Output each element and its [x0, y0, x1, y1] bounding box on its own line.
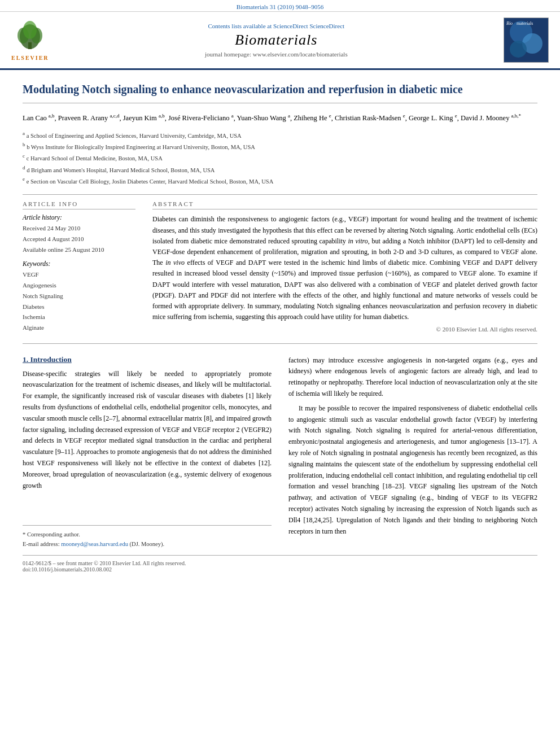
elsevier-brand-text: ELSEVIER	[11, 55, 49, 61]
accepted-date: Accepted 4 August 2010	[23, 234, 135, 244]
svg-point-9	[510, 41, 527, 58]
corresponding-author-note: * Corresponding author.	[23, 530, 272, 540]
elsevier-logo: ELSEVIER	[11, 20, 49, 61]
article-title: Modulating Notch signaling to enhance ne…	[23, 81, 537, 103]
keyword-angiogenesis: Angiogenesis	[23, 280, 135, 291]
available-date: Available online 25 August 2010	[23, 244, 135, 255]
issn-line: 0142-9612/$ – see front matter © 2010 El…	[23, 560, 537, 566]
elsevier-tree-icon	[13, 20, 47, 54]
abstract-text: Diabetes can diminish the responsiveness…	[152, 214, 537, 322]
received-date: Received 24 May 2010	[23, 223, 135, 234]
article-info-label: ARTICLE INFO	[23, 200, 135, 209]
article-history-title: Article history:	[23, 214, 135, 221]
bottom-bar: 0142-9612/$ – see front matter © 2010 El…	[23, 555, 537, 573]
journal-homepage: journal homepage: www.elsevier.com/locat…	[49, 51, 504, 58]
author-list: Lan Cao a,b, Praveen R. Arany a,c,d, Jae…	[23, 114, 521, 122]
article-info-abstract: ARTICLE INFO Article history: Received 2…	[23, 200, 537, 333]
email-link[interactable]: mooneyd@seas.harvard.edu	[61, 541, 128, 547]
abstract-panel: ABSTRACT Diabetes can diminish the respo…	[152, 200, 537, 333]
authors: Lan Cao a,b, Praveen R. Arany a,c,d, Jae…	[23, 111, 537, 125]
body-col-left-text: Disease-specific strategies will likely …	[23, 369, 272, 492]
email-label: E-mail address:	[23, 541, 61, 547]
divider-2	[23, 343, 537, 344]
cover-thumbnail: Bio materials	[504, 18, 548, 62]
elsevier-branding: ELSEVIER	[11, 20, 49, 61]
journal-citation-bar: Biomaterials 31 (2010) 9048–9056	[0, 0, 560, 12]
email-address: E-mail address: mooneyd@seas.harvard.edu…	[23, 540, 272, 549]
keyword-diabetes: Diabetes	[23, 302, 135, 312]
abstract-label: ABSTRACT	[152, 200, 537, 209]
affiliation-a: a a School of Engineering and Applied Sc…	[23, 129, 537, 141]
sciencedirect-link[interactable]: Contents lists available at ScienceDirec…	[49, 23, 504, 29]
email-person: (DJ. Mooney).	[130, 541, 165, 547]
affiliations: a a School of Engineering and Applied Sc…	[23, 129, 537, 187]
body-content: 1. Introduction Disease-specific strateg…	[23, 355, 537, 549]
body-col-right-text: factors) may introduce excessive angioge…	[288, 355, 537, 538]
biomaterials-cover-image: Bio materials	[504, 18, 549, 63]
keyword-alginate: Alginate	[23, 322, 135, 333]
divider-1	[23, 194, 537, 195]
body-col-right: factors) may introduce excessive angioge…	[288, 355, 537, 549]
doi-line: doi:10.1016/j.biomaterials.2010.08.002	[23, 566, 537, 573]
keyword-ischemia: Ischemia	[23, 312, 135, 322]
svg-text:Bio: Bio	[506, 21, 513, 26]
affiliation-b: b b Wyss Institute for Biologically Insp…	[23, 141, 537, 152]
svg-point-4	[23, 21, 37, 39]
affiliation-c: c c Harvard School of Dental Medicine, B…	[23, 152, 537, 163]
affiliation-d: d d Brigham and Women's Hospital, Harvar…	[23, 164, 537, 175]
section1-heading: 1. Introduction	[23, 355, 272, 364]
copyright: © 2010 Elsevier Ltd. All rights reserved…	[152, 326, 537, 333]
svg-text:materials: materials	[517, 21, 533, 26]
article-info-panel: ARTICLE INFO Article history: Received 2…	[23, 200, 135, 333]
footnote-section: * Corresponding author. E-mail address: …	[23, 525, 272, 549]
affiliation-e: e e Section on Vascular Cell Biology, Jo…	[23, 175, 537, 186]
body-col-left: 1. Introduction Disease-specific strateg…	[23, 355, 272, 549]
main-content: Modulating Notch signaling to enhance ne…	[0, 70, 560, 584]
journal-center: Contents lists available at ScienceDirec…	[49, 23, 504, 58]
keyword-vegf: VEGF	[23, 269, 135, 280]
keywords-label: Keywords:	[23, 260, 135, 267]
journal-citation: Biomaterials 31 (2010) 9048–9056	[237, 3, 323, 10]
journal-header: ELSEVIER Contents lists available at Sci…	[0, 12, 560, 70]
keyword-notch: Notch Signaling	[23, 291, 135, 302]
journal-title: Biomaterials	[49, 32, 504, 49]
